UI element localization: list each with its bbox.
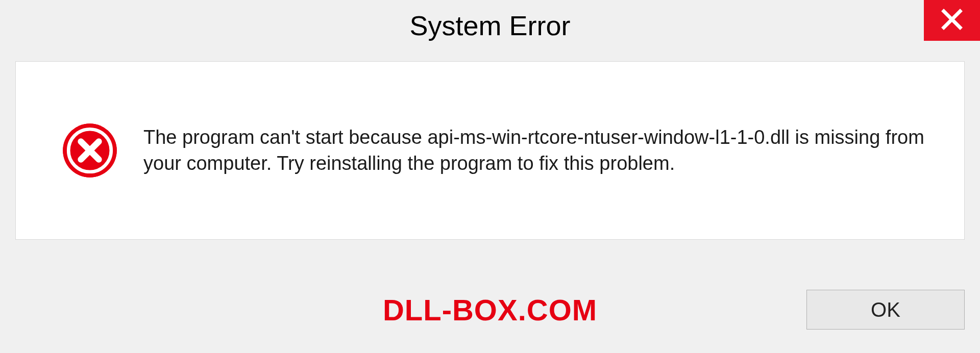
error-message: The program can't start because api-ms-w…	[143, 124, 934, 177]
ok-button-label: OK	[871, 298, 900, 321]
content-panel: The program can't start because api-ms-w…	[15, 61, 965, 240]
ok-button[interactable]: OK	[806, 290, 965, 330]
dialog-title: System Error	[409, 10, 570, 41]
error-icon	[62, 122, 118, 179]
watermark-text: DLL-BOX.COM	[383, 293, 597, 327]
close-button[interactable]	[924, 0, 980, 41]
titlebar: System Error	[0, 0, 980, 51]
close-icon	[941, 8, 963, 33]
footer: DLL-BOX.COM OK	[15, 282, 965, 338]
